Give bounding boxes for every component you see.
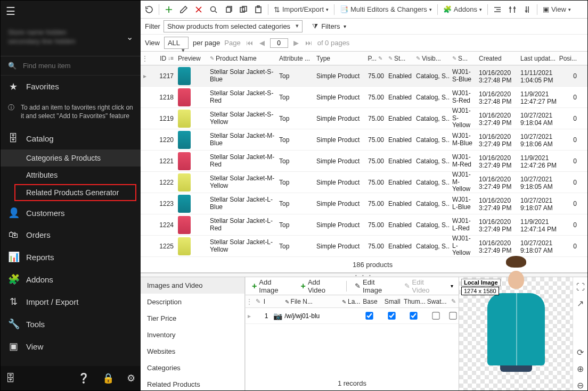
main-area: ⇅Import/Export▾ 📑Multi Editors & Changer… xyxy=(141,1,587,390)
import-export-icon: ⇅ xyxy=(8,296,19,307)
detail-row[interactable]: ▸ 1 📷 /w/j/wj01-blu xyxy=(246,308,459,324)
product-row[interactable]: 1225Stellar Solar Jacket-L-YellowTopSimp… xyxy=(141,236,587,257)
extra-checkbox[interactable] xyxy=(449,312,456,319)
favorites-hint: ⓘ To add an item to favorites right clic… xyxy=(1,98,141,128)
filters-button[interactable]: Filters xyxy=(321,22,340,30)
catalog-icon: 🗄 xyxy=(8,133,19,144)
tools-icon: 🔧 xyxy=(8,318,19,330)
zoom-in-icon[interactable]: ⊕ xyxy=(577,364,584,374)
tool-b[interactable] xyxy=(505,4,519,15)
tab-tier-price[interactable]: Tier Price xyxy=(141,310,244,327)
help-icon[interactable]: ❔ xyxy=(78,372,89,384)
add-video-button[interactable]: +Add Video xyxy=(298,277,342,296)
detail-grid-header: ⋮ ✎ I ✎File N... ✎La... Base Small Thum.… xyxy=(246,295,459,308)
clone-button[interactable] xyxy=(236,4,250,15)
lock-icon[interactable]: 🔒 xyxy=(102,372,114,384)
sidebar-search[interactable]: 🔍 Find menu item xyxy=(1,56,141,76)
swatch-checkbox[interactable] xyxy=(432,312,439,319)
chevron-down-icon[interactable]: ⌄ xyxy=(126,32,133,42)
search-icon: 🔍 xyxy=(8,62,19,70)
fullscreen-icon[interactable]: ⛶ xyxy=(576,282,585,292)
sidebar-item-catalog[interactable]: 🗄 Catalog xyxy=(1,128,141,149)
page-next[interactable]: ▶ xyxy=(292,39,300,47)
sidebar-item-view[interactable]: ▣ View xyxy=(1,335,141,357)
filter-label: Filter xyxy=(145,22,160,30)
tab-categories[interactable]: Categories xyxy=(141,360,244,376)
search-button[interactable] xyxy=(207,4,220,15)
zoom-out-icon[interactable]: ⊖ xyxy=(577,380,584,390)
product-row[interactable]: ▸1217Stellar Solar Jacket-S-BlueTopSimpl… xyxy=(141,65,587,87)
product-row[interactable]: 1220Stellar Solar Jacket-M-BlueTopSimple… xyxy=(141,129,587,151)
detail-tabs: Images and VideoDescriptionTier PriceInv… xyxy=(141,277,245,390)
tab-description[interactable]: Description xyxy=(141,294,244,310)
tab-related-products[interactable]: Related Products xyxy=(141,376,244,391)
per-page-dropdown[interactable]: ALL xyxy=(164,37,189,49)
tab-images-and-video[interactable]: Images and Video xyxy=(141,277,244,294)
sidebar-sub-related-products-generator[interactable]: Related Products Generator xyxy=(14,184,136,201)
base-checkbox[interactable] xyxy=(366,312,373,319)
sidebar-sub-categories-products[interactable]: Categories & Products xyxy=(1,149,141,167)
paste-button[interactable] xyxy=(251,4,265,15)
product-row[interactable]: 1219Stellar Solar Jacket-S-YellowTopSimp… xyxy=(141,108,587,129)
detail-more[interactable]: ▾ xyxy=(448,281,455,291)
product-row[interactable]: 1224Stellar Solar Jacket-L-RedTopSimple … xyxy=(141,214,587,236)
delete-button[interactable] xyxy=(192,4,206,15)
sidebar-item-orders[interactable]: 🛍 Orders xyxy=(1,224,141,246)
search-placeholder: Find menu item xyxy=(23,62,71,70)
product-row[interactable]: 1221Stellar Solar Jacket-M-RedTopSimple … xyxy=(141,151,587,172)
camera-icon: 📷 xyxy=(271,312,285,320)
refresh-button[interactable] xyxy=(142,4,156,15)
image-label: Local Image xyxy=(461,279,501,286)
edit-image-button[interactable]: ✎Edit Image xyxy=(352,277,397,296)
reports-icon: 📊 xyxy=(8,251,19,263)
orders-icon: 🛍 xyxy=(8,229,19,240)
rotate-icon[interactable]: ⟳ xyxy=(577,347,584,357)
menu-icon[interactable]: ☰ xyxy=(6,5,15,18)
thumb-checkbox[interactable] xyxy=(410,312,418,319)
filter-row: Filter Show products from selected categ… xyxy=(141,19,587,35)
addons-dropdown[interactable]: 🧩Addons▾ xyxy=(440,4,485,15)
sidebar-sub-attributes[interactable]: Attributes xyxy=(1,167,141,184)
sidebar: ☰ Store name hiddensecondary line hidden… xyxy=(1,1,141,390)
import-export-dropdown[interactable]: ⇅Import/Export▾ xyxy=(271,4,331,15)
multi-editors-dropdown[interactable]: 📑Multi Editors & Changers▾ xyxy=(337,4,435,15)
page-input[interactable] xyxy=(270,38,288,48)
grid-body: ▸1217Stellar Solar Jacket-S-BlueTopSimpl… xyxy=(141,65,587,257)
product-row[interactable]: 1222Stellar Solar Jacket-M-YellowTopSimp… xyxy=(141,172,587,193)
sidebar-item-customers[interactable]: 👤 Customers xyxy=(1,202,141,224)
image-tools: ⛶ ↗ ⟳ ⊕ ⊖ xyxy=(573,277,587,390)
image-dimensions: 1274 x 1580 xyxy=(461,287,499,295)
copy-button[interactable] xyxy=(222,4,235,15)
sidebar-item-tools[interactable]: 🔧 Tools xyxy=(1,313,141,335)
filter-funnel-icon[interactable]: ⧩ xyxy=(312,22,318,31)
user-icon: 👤 xyxy=(8,207,19,219)
sidebar-item-favorites[interactable]: ★ Favorites xyxy=(1,76,141,98)
view-dropdown[interactable]: ▣View▾ xyxy=(540,4,574,15)
settings-icon[interactable]: ⚙ xyxy=(127,372,135,384)
detail-toolbar: +Add Image +Add Video ✎Edit Image ✎Edit … xyxy=(246,277,459,295)
archive-icon[interactable]: 🗄 xyxy=(6,373,15,384)
filter-dropdown[interactable]: Show products from selected categories xyxy=(164,20,303,32)
view-icon: ▣ xyxy=(8,340,19,352)
tool-a[interactable] xyxy=(491,4,504,15)
edit-button[interactable] xyxy=(177,4,191,15)
main-toolbar: ⇅Import/Export▾ 📑Multi Editors & Changer… xyxy=(141,1,587,19)
product-row[interactable]: 1223Stellar Solar Jacket-L-BlueTopSimple… xyxy=(141,193,587,214)
add-image-button[interactable]: +Add Image xyxy=(249,277,295,296)
pager-row: View ALL per page Page ⏮ ◀ ▶ ⏭ of 0 page… xyxy=(141,35,587,52)
tool-c[interactable] xyxy=(520,4,534,15)
tab-websites[interactable]: Websites xyxy=(141,343,244,360)
store-name: Store name hiddensecondary line hidden xyxy=(8,28,75,46)
sidebar-item-reports[interactable]: 📊 Reports xyxy=(1,246,141,268)
page-prev[interactable]: ◀ xyxy=(258,39,266,47)
open-external-icon[interactable]: ↗ xyxy=(577,298,584,309)
small-checkbox[interactable] xyxy=(388,312,395,319)
sidebar-item-import-export[interactable]: ⇅ Import / Export xyxy=(1,290,141,313)
product-row[interactable]: 1218Stellar Solar Jacket-S-RedTopSimple … xyxy=(141,87,587,108)
sidebar-item-addons[interactable]: 🧩 Addons xyxy=(1,268,141,290)
tab-inventory[interactable]: Inventory xyxy=(141,327,244,343)
add-button[interactable] xyxy=(162,4,176,15)
page-last[interactable]: ⏭ xyxy=(304,39,313,47)
sidebar-bottom-bar: 🗄 ❔ 🔒 ⚙ xyxy=(1,366,141,390)
page-first[interactable]: ⏮ xyxy=(245,39,254,47)
